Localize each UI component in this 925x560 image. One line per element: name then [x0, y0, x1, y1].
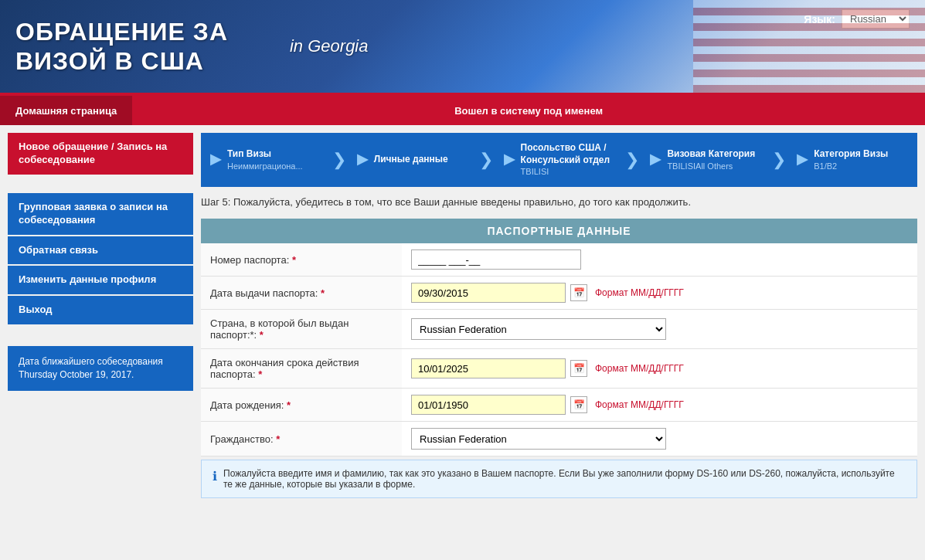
- step-visa-type[interactable]: ▶ Тип Визы Неиммиграциона...: [201, 133, 331, 187]
- sidebar-item-logout[interactable]: Выход: [8, 296, 193, 324]
- header-title-line1: ОБРАЩЕНИЕ ЗА: [15, 17, 228, 46]
- step-sep-3: ❯: [624, 133, 641, 187]
- expiry-date-format: Формат ММ/ДД/ГГГГ: [595, 363, 684, 374]
- sidebar-item-new-application[interactable]: Новое обращение / Запись на собеседовани…: [8, 133, 193, 175]
- expiry-date-row: Дата окончания срока действия паспорта: …: [201, 349, 917, 389]
- country-select[interactable]: Russian Federation Georgia United States…: [411, 318, 666, 340]
- step-embassy[interactable]: ▶ Посольство США / Консульский отдел TBI…: [495, 133, 624, 187]
- step-instruction: Шаг 5: Пожалуйста, убедитесь в том, что …: [201, 196, 917, 208]
- header-location: in Georgia: [290, 36, 369, 56]
- header: ОБРАЩЕНИЕ ЗА ВИЗОЙ В США in Georgia Язык…: [0, 0, 925, 93]
- step-arrow-4: ▶: [650, 151, 661, 168]
- birth-date-input-cell: 📅 Формат ММ/ДД/ГГГГ: [402, 389, 917, 422]
- citizenship-select[interactable]: Russian Federation Georgia United States…: [411, 428, 666, 450]
- step-arrow-2: ▶: [357, 151, 368, 168]
- steps-bar: ▶ Тип Визы Неиммиграциона... ❯ ▶ Личные …: [201, 133, 917, 187]
- step-visa-type-sub: Неиммиграциона...: [227, 161, 303, 171]
- step-visa-type-label: Тип Визы: [227, 148, 303, 161]
- language-selector-container: Язык: Russian English Georgian: [804, 9, 910, 29]
- section-title-passport: ПАСПОРТНЫЕ ДАННЫЕ: [201, 219, 917, 243]
- sidebar: Новое обращение / Запись на собеседовани…: [8, 133, 193, 498]
- main-container: Новое обращение / Запись на собеседовани…: [0, 125, 925, 506]
- sidebar-spacer-2: [8, 326, 193, 341]
- passport-form: Номер паспорта: * Дата выдачи паспорта: …: [201, 243, 917, 456]
- header-title-line2: ВИЗОЙ В США: [15, 46, 228, 76]
- content-area: ▶ Тип Визы Неиммиграциона... ❯ ▶ Личные …: [201, 133, 917, 498]
- info-icon: ℹ: [213, 469, 217, 484]
- sidebar-item-feedback[interactable]: Обратная связь: [8, 236, 193, 265]
- language-select[interactable]: Russian English Georgian: [842, 9, 910, 29]
- navbar: Домашняя страница Вошел в систему под им…: [0, 96, 925, 125]
- step-sep-4: ❯: [770, 133, 787, 187]
- step-arrow-3: ▶: [504, 151, 515, 168]
- birth-date-required: *: [287, 399, 291, 411]
- step-visa-class-label: Категория Визы: [814, 148, 888, 161]
- sidebar-interview-date: Дата ближайшего собеседования Thursday O…: [8, 346, 193, 391]
- step-arrow-1: ▶: [210, 151, 221, 168]
- issue-date-row: Дата выдачи паспорта: * 📅 Формат ММ/ДД/Г…: [201, 277, 917, 310]
- step-personal-label: Личные данные: [374, 154, 448, 166]
- country-row: Страна, в которой был выдан паспорт:*: *…: [201, 310, 917, 349]
- navbar-home[interactable]: Домашняя страница: [0, 96, 132, 125]
- expiry-date-required: *: [258, 368, 262, 380]
- step-embassy-label: Посольство США / Консульский отдел: [521, 142, 615, 166]
- step-embassy-sub: TBILISI: [521, 166, 615, 177]
- passport-number-required: *: [292, 254, 296, 266]
- step-visa-class[interactable]: ▶ Категория Визы B1/B2: [787, 133, 917, 187]
- issue-date-input-cell: 📅 Формат ММ/ДД/ГГГГ: [402, 277, 917, 310]
- passport-number-row: Номер паспорта: *: [201, 243, 917, 277]
- issue-date-calendar-icon[interactable]: 📅: [570, 284, 587, 301]
- issue-date-format: Формат ММ/ДД/ГГГГ: [595, 287, 684, 298]
- info-text: Пожалуйста введите имя и фамилию, так ка…: [223, 468, 906, 490]
- birth-date-input[interactable]: [411, 395, 566, 415]
- step-visa-class-sub: B1/B2: [814, 161, 888, 171]
- passport-number-label: Номер паспорта: *: [201, 243, 402, 277]
- citizenship-required: *: [276, 433, 280, 445]
- birth-date-label: Дата рождения: *: [201, 389, 402, 422]
- country-input-cell: Russian Federation Georgia United States…: [402, 310, 917, 349]
- step-visa-category-sub: TBILISIAll Others: [667, 161, 755, 171]
- issue-date-required: *: [321, 287, 325, 299]
- sidebar-item-profile[interactable]: Изменить данные профиля: [8, 266, 193, 294]
- country-required: *: [260, 329, 264, 341]
- step-arrow-5: ▶: [797, 151, 808, 168]
- expiry-date-input[interactable]: [411, 358, 566, 378]
- birth-date-format: Формат ММ/ДД/ГГГГ: [595, 399, 684, 410]
- birth-date-row: Дата рождения: * 📅 Формат ММ/ДД/ГГГГ: [201, 389, 917, 422]
- expiry-date-input-cell: 📅 Формат ММ/ДД/ГГГГ: [402, 349, 917, 389]
- language-label: Язык:: [804, 13, 835, 25]
- citizenship-row: Гражданство: * Russian Federation Georgi…: [201, 422, 917, 456]
- issue-date-label: Дата выдачи паспорта: *: [201, 277, 402, 310]
- info-box: ℹ Пожалуйста введите имя и фамилию, так …: [201, 460, 917, 498]
- passport-number-input[interactable]: [411, 249, 581, 270]
- sidebar-item-group[interactable]: Групповая заявка о записи на собеседован…: [8, 193, 193, 235]
- passport-number-input-cell: [402, 243, 917, 277]
- step-sep-1: ❯: [331, 133, 348, 187]
- expiry-date-label: Дата окончания срока действия паспорта: …: [201, 349, 402, 389]
- step-visa-category[interactable]: ▶ Визовая Категория TBILISIAll Others: [641, 133, 770, 187]
- step-visa-category-label: Визовая Категория: [667, 148, 755, 161]
- step-personal[interactable]: ▶ Личные данные: [348, 133, 478, 187]
- sidebar-spacer-1: [8, 176, 193, 192]
- citizenship-input-cell: Russian Federation Georgia United States…: [402, 422, 917, 456]
- citizenship-label: Гражданство: *: [201, 422, 402, 456]
- expiry-date-calendar-icon[interactable]: 📅: [570, 360, 587, 377]
- issue-date-input[interactable]: [411, 283, 566, 303]
- country-label: Страна, в которой был выдан паспорт:*: *: [201, 310, 402, 349]
- navbar-logged-in: Вошел в систему под именем: [132, 96, 925, 125]
- step-sep-2: ❯: [478, 133, 495, 187]
- birth-date-calendar-icon[interactable]: 📅: [570, 396, 587, 413]
